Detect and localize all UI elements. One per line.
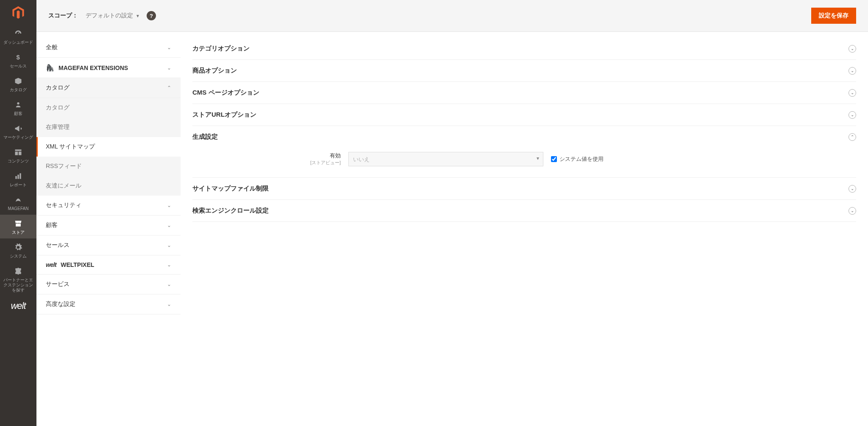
chevron-down-icon[interactable]: ▼ bbox=[136, 14, 140, 18]
chevron-up-icon: ⌃ bbox=[167, 85, 171, 91]
chevron-down-icon: ⌄ bbox=[167, 281, 171, 287]
tab-label: WELTPIXEL bbox=[61, 261, 94, 268]
welt-icon: welt bbox=[46, 261, 56, 268]
tab-label: サービス bbox=[46, 280, 70, 288]
section-file-limits[interactable]: サイトマップファイル制限⌄ bbox=[192, 178, 856, 199]
tab-catalog[interactable]: カタログ ⌃ bbox=[36, 78, 181, 98]
tab-weltpixel[interactable]: weltWELTPIXEL ⌄ bbox=[36, 255, 181, 275]
tab-label: 顧客 bbox=[46, 221, 58, 229]
section-product[interactable]: 商品オプション⌄ bbox=[192, 60, 856, 81]
nav-label: セールス bbox=[10, 64, 27, 69]
expand-icon: ⌄ bbox=[849, 185, 856, 193]
section-title: 商品オプション bbox=[192, 67, 237, 75]
tab-label: 全般 bbox=[46, 44, 58, 51]
weltpixel-logo[interactable]: welt bbox=[11, 300, 25, 311]
megaphone-icon bbox=[14, 124, 22, 133]
nav-sales[interactable]: $ セールス bbox=[0, 48, 36, 72]
section-title: 生成設定 bbox=[192, 133, 218, 141]
nav-label: パートナーとエクステンションを探す bbox=[2, 277, 35, 293]
chevron-down-icon: ⌄ bbox=[167, 242, 171, 248]
chevron-down-icon: ⌄ bbox=[167, 45, 171, 50]
store-icon bbox=[14, 219, 23, 228]
section-store-url[interactable]: ストアURLオプション⌄ bbox=[192, 104, 856, 126]
nav-label: システム bbox=[10, 254, 27, 259]
subtab-email-friend[interactable]: 友達にメール bbox=[36, 176, 181, 196]
svg-rect-6 bbox=[17, 175, 19, 179]
subtab-catalog[interactable]: カタログ bbox=[36, 98, 181, 118]
field-enabled: 有効 [ストアビュー] いいえ システム値を使用 bbox=[192, 152, 856, 166]
nav-system[interactable]: システム bbox=[0, 238, 36, 262]
config-tabs: 全般 ⌄ 🦍MAGEFAN EXTENSIONS ⌄ カタログ ⌃ カタログ 在… bbox=[36, 32, 181, 426]
nav-label: 顧客 bbox=[14, 111, 22, 116]
gear-icon bbox=[14, 243, 22, 252]
nav-content[interactable]: コンテンツ bbox=[0, 143, 36, 167]
nav-label: レポート bbox=[10, 182, 27, 188]
scope-selector[interactable]: デフォルトの設定 bbox=[86, 12, 133, 20]
section-title: カテゴリオプション bbox=[192, 45, 250, 53]
section-title: ストアURLオプション bbox=[192, 111, 256, 119]
nav-catalog[interactable]: カタログ bbox=[0, 72, 36, 96]
tab-security[interactable]: セキュリティ ⌄ bbox=[36, 196, 181, 216]
subtab-inventory[interactable]: 在庫管理 bbox=[36, 118, 181, 137]
puzzle-icon bbox=[14, 266, 22, 276]
nav-marketing[interactable]: マーケティング bbox=[0, 120, 36, 143]
tab-advanced[interactable]: 高度な設定 ⌄ bbox=[36, 294, 181, 314]
section-category[interactable]: カテゴリオプション⌄ bbox=[192, 38, 856, 59]
enabled-select[interactable]: いいえ bbox=[348, 152, 543, 166]
subtab-rss[interactable]: RSSフィード bbox=[36, 157, 181, 176]
expand-icon: ⌄ bbox=[849, 67, 856, 75]
tab-label: セキュリティ bbox=[46, 202, 81, 209]
settings-panel: カテゴリオプション⌄ 商品オプション⌄ CMS ページオプション⌄ ストアURL… bbox=[181, 32, 868, 426]
svg-rect-4 bbox=[19, 151, 22, 155]
layout-icon bbox=[14, 148, 22, 157]
tab-magefan[interactable]: 🦍MAGEFAN EXTENSIONS ⌄ bbox=[36, 58, 181, 78]
tab-label: セールス bbox=[46, 241, 70, 249]
tab-general[interactable]: 全般 ⌄ bbox=[36, 38, 181, 58]
field-scope: [ストアビュー] bbox=[192, 160, 341, 165]
topbar: スコープ： デフォルトの設定 ▼ ? 設定を保存 bbox=[36, 0, 868, 32]
nav-magefan[interactable]: MAGEFAN bbox=[0, 191, 36, 215]
nav-dashboard[interactable]: ダッシュボード bbox=[0, 25, 36, 48]
svg-rect-2 bbox=[15, 149, 22, 151]
chevron-down-icon: ⌄ bbox=[167, 301, 171, 307]
person-icon bbox=[15, 100, 22, 109]
expand-icon: ⌄ bbox=[849, 111, 856, 119]
section-title: サイトマップファイル制限 bbox=[192, 185, 269, 193]
svg-rect-7 bbox=[19, 173, 21, 179]
section-title: 検索エンジンクロール設定 bbox=[192, 207, 269, 215]
section-search-engine[interactable]: 検索エンジンクロール設定⌄ bbox=[192, 200, 856, 221]
tab-label: MAGEFAN EXTENSIONS bbox=[58, 64, 128, 71]
nav-label: マーケティング bbox=[3, 135, 33, 140]
collapse-icon: ⌃ bbox=[849, 133, 856, 141]
nav-customers[interactable]: 顧客 bbox=[0, 96, 36, 120]
tab-services[interactable]: サービス ⌄ bbox=[36, 275, 181, 294]
help-icon[interactable]: ? bbox=[147, 11, 156, 20]
expand-icon: ⌄ bbox=[849, 45, 856, 53]
use-default-checkbox[interactable]: システム値を使用 bbox=[551, 155, 604, 163]
chevron-down-icon: ⌄ bbox=[167, 65, 171, 71]
save-button[interactable]: 設定を保存 bbox=[811, 8, 856, 24]
section-generation[interactable]: 生成設定 ⌃ bbox=[192, 126, 856, 148]
bars-icon bbox=[14, 171, 22, 181]
svg-point-1 bbox=[17, 102, 19, 104]
nav-reports[interactable]: レポート bbox=[0, 167, 36, 191]
nav-stores[interactable]: ストア bbox=[0, 215, 36, 238]
tab-customers[interactable]: 顧客 ⌄ bbox=[36, 216, 181, 235]
section-title: CMS ページオプション bbox=[192, 89, 259, 97]
expand-icon: ⌄ bbox=[849, 207, 856, 215]
svg-text:$: $ bbox=[17, 53, 20, 61]
nav-partners[interactable]: パートナーとエクステンションを探す bbox=[0, 262, 36, 296]
section-cms[interactable]: CMS ページオプション⌄ bbox=[192, 82, 856, 104]
magento-logo[interactable] bbox=[10, 4, 27, 21]
svg-rect-5 bbox=[15, 176, 17, 179]
magefan-icon: 🦍 bbox=[46, 64, 54, 72]
chevron-down-icon: ⌄ bbox=[167, 262, 171, 268]
box-icon bbox=[14, 76, 22, 86]
chevron-down-icon: ⌄ bbox=[167, 222, 171, 228]
tab-sales[interactable]: セールス ⌄ bbox=[36, 235, 181, 255]
expand-icon: ⌄ bbox=[849, 89, 856, 97]
scope-label: スコープ： bbox=[48, 12, 78, 20]
subtab-xml-sitemap[interactable]: XML サイトマップ bbox=[36, 137, 181, 157]
use-default-input[interactable] bbox=[551, 156, 557, 162]
field-label-text: 有効 bbox=[330, 152, 341, 159]
